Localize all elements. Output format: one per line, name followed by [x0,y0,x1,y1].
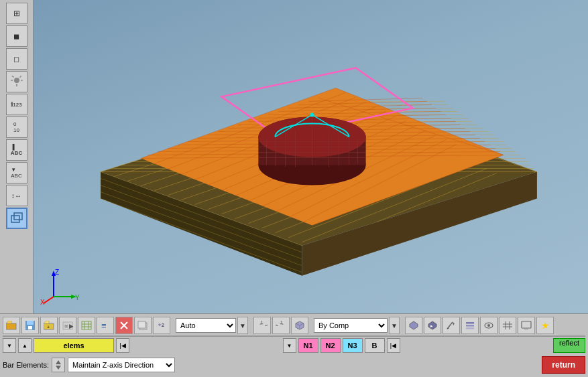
comp-select[interactable]: By Comp By Part By Assembly [314,318,388,333]
sidebar-lights-btn[interactable] [6,71,27,92]
layers-view-btn[interactable] [461,317,479,334]
reflect-btn[interactable]: reflect [553,338,585,353]
bar-elements-row: Bar Elements: Maintain Z-axis Direction … [3,354,585,376]
svg-marker-153 [453,322,455,325]
3d-viewport[interactable]: Z X Y [34,0,588,313]
svg-rect-164 [522,321,531,328]
svg-text:Y: Y [75,294,80,301]
svg-rect-156 [466,325,474,327]
svg-point-0 [14,78,19,83]
status-row: ▼ ▲ elems |◀ ▼ N1 N2 N3 B |◀ reflect [3,336,585,354]
b-btn[interactable]: B [365,338,385,353]
sidebar-wire-btn[interactable]: ◻ [6,48,27,70]
sidebar-info-btn[interactable]: ℹ123 [6,94,27,115]
comp-dropdown-btn[interactable]: ▼ [389,317,400,334]
sidebar: ⊞ ◼ ◻ ℹ123 010 ▐ABC ▼ABC ↕↔ [0,0,34,313]
eye-view-btn[interactable] [480,317,497,334]
save-file-btn[interactable] [21,317,39,334]
nav-first-btn[interactable]: |◀ [116,338,129,353]
svg-marker-149 [410,321,418,329]
split-btn[interactable]: ⁺² [153,317,170,334]
sidebar-solid-btn[interactable]: ◼ [6,25,27,47]
bar-elements-label: Bar Elements: [3,361,49,369]
svg-point-112 [310,112,314,117]
node-nav-btn[interactable]: |◀ [387,338,400,353]
svg-text:≡: ≡ [101,321,107,330]
bar-direction-select[interactable]: Maintain Z-axis Direction Maintain X-axi… [68,358,175,372]
svg-line-152 [447,322,453,329]
n3-btn[interactable]: N3 [343,338,363,353]
status-label: elems [34,338,114,353]
delete-btn[interactable] [115,317,133,334]
open-folder-btn[interactable] [3,317,20,334]
svg-marker-166 [56,360,61,364]
grid-view-btn[interactable] [499,317,516,334]
status-up-btn[interactable]: ▲ [18,338,32,353]
bottom-toolbar: + ≡▶ ≡ ⁺² Auto Node [0,313,588,377]
svg-text:≡: ≡ [64,323,68,329]
auto-dropdown-btn[interactable]: ▼ [237,317,248,334]
lines-btn[interactable]: ≡ [97,317,114,334]
sidebar-transform-btn[interactable]: ↕↔ [6,185,27,206]
cube-view-btn[interactable] [405,317,422,334]
sidebar-view-all-btn[interactable]: ⊞ [6,3,27,24]
status-down-btn[interactable]: ▼ [3,338,16,353]
axis-indicator: Z X Y [40,267,80,307]
svg-text:+: + [47,325,50,329]
svg-rect-157 [466,327,474,329]
3d-cube-btn[interactable] [291,317,308,334]
svg-rect-124 [27,321,34,325]
svg-rect-141 [138,321,145,328]
svg-rect-132 [82,321,91,329]
svg-rect-7 [14,213,22,220]
svg-text:⁺²: ⁺² [158,321,164,330]
svg-text:▸: ▸ [430,323,433,328]
sidebar-num-btn[interactable]: 010 [6,117,27,138]
svg-text:Z: Z [55,269,59,276]
return-btn[interactable]: return [542,356,585,374]
svg-rect-125 [28,326,32,329]
mesh-btn[interactable] [78,317,95,334]
n1-btn[interactable]: N1 [298,338,318,353]
sidebar-label2-btn[interactable]: ▼ABC [6,162,27,183]
sidebar-label-btn[interactable]: ▐ABC [6,139,27,161]
svg-marker-122 [6,321,11,323]
svg-marker-127 [44,321,49,323]
svg-rect-121 [6,323,16,329]
svg-rect-6 [11,216,19,222]
svg-point-159 [487,324,490,327]
sidebar-view3d-btn[interactable] [6,208,27,229]
monitor-view-btn[interactable] [518,317,535,334]
star-btn[interactable]: ★ [536,317,554,334]
svg-marker-167 [56,366,61,370]
svg-marker-143 [259,322,263,325]
svg-text:X: X [40,299,45,306]
rotate-view-btn[interactable]: ▸ [424,317,441,334]
svg-marker-144 [280,322,284,325]
svg-text:▶: ▶ [69,323,73,329]
svg-rect-155 [466,322,474,324]
svg-line-4 [12,76,14,78]
open2-btn[interactable]: + [40,317,58,334]
toolbar-row1: + ≡▶ ≡ ⁺² Auto Node [3,315,585,336]
node-down-btn[interactable]: ▼ [283,338,296,353]
curve-left-btn[interactable] [253,317,271,334]
curve-right-btn[interactable] [272,317,290,334]
bar-arrows-btn[interactable] [52,358,65,372]
pencil-view-btn[interactable] [443,317,460,334]
import-btn[interactable]: ≡▶ [59,317,76,334]
svg-line-116 [44,297,54,303]
svg-rect-165 [524,328,528,329]
svg-line-5 [19,76,21,78]
copy-btn[interactable] [134,317,152,334]
n2-btn[interactable]: N2 [320,338,341,353]
auto-select[interactable]: Auto Node Element Face [176,318,236,333]
